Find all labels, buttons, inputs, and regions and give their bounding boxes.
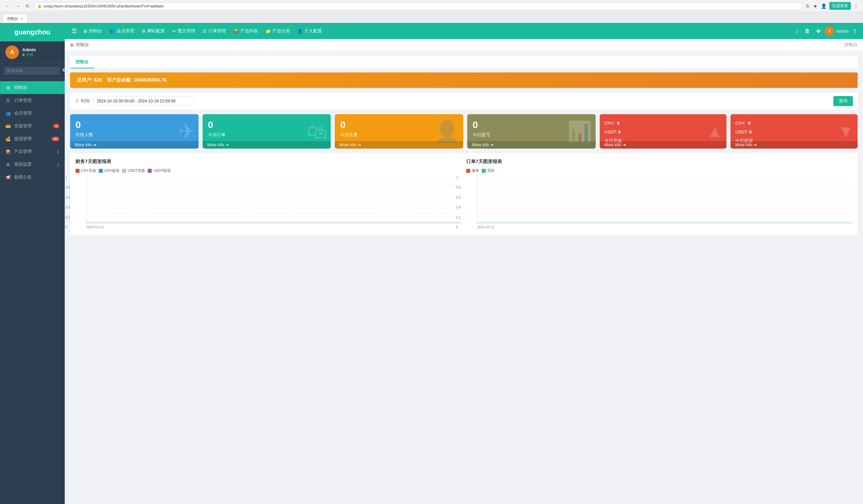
back-button[interactable]: ←	[4, 3, 11, 10]
orders-chart-svg	[477, 176, 852, 223]
user-status: 在线	[22, 52, 36, 57]
recharge-icon: 💳	[5, 124, 11, 129]
tab-close-icon[interactable]: ✕	[20, 17, 23, 21]
cast-icon[interactable]: ↻	[805, 3, 810, 10]
products-icon: 📦	[5, 149, 11, 154]
total-balance-label: 用户总余额:	[107, 77, 132, 82]
charts-row: 财务7天图形报表 CNY充值 CNY提现	[70, 153, 858, 234]
account-icon[interactable]: 👤	[820, 3, 827, 10]
sidebar-item-label: 提现管理	[14, 136, 32, 142]
recharge-badge: 0	[53, 124, 59, 128]
sidebar-item-label: 会员管理	[14, 110, 32, 116]
legend-cancel-order: 撤单	[466, 168, 479, 173]
stat-bg-icon-orders: 🛍	[307, 120, 327, 143]
date-range-input[interactable]	[93, 97, 194, 105]
withdraw-badge: 45	[52, 137, 59, 141]
stat-bg-icon-online: ✈	[178, 120, 195, 143]
page-header-left: ⊞ 控制台	[70, 42, 89, 48]
sidebar-toggle-button[interactable]: ☰	[69, 25, 79, 37]
topnav-item-imgtext[interactable]: ✏ 图文管理	[169, 25, 199, 37]
sidebar-item-products[interactable]: 📦 产品管理 ❯	[0, 145, 65, 158]
menu-button[interactable]: ⋮	[853, 3, 859, 10]
search-button[interactable]: 🔍	[62, 68, 65, 74]
content-area: 控制台 总用户: 628 用户总余额: 1586826800.78 ⏱ 时间	[65, 51, 863, 240]
topnav-item-profile[interactable]: 👤 个人配置	[294, 25, 325, 37]
members-icon: 👥	[5, 111, 11, 116]
recharge-lines: CNY: 0 USDT: 0	[604, 119, 722, 137]
arrow-right-icon: ➔	[93, 142, 97, 147]
topnav-item-productcat[interactable]: 📁 产品分类	[262, 25, 293, 37]
orders-y-labels: 1 0.8 0.6 0.4 0.2 0	[456, 176, 461, 229]
breadcrumb: 控制台	[845, 42, 858, 48]
reload-button[interactable]: ↻	[24, 3, 31, 10]
stat-more-recharge[interactable]: More info ➔	[600, 141, 727, 148]
orders-chart-panel: 订单7天图形报表 撤单 买跌	[466, 159, 852, 229]
stat-label-online: 在线人数	[75, 132, 193, 138]
topnav-expand-icon[interactable]: ✥	[814, 26, 823, 36]
page-header: ⊞ 控制台 控制台	[65, 39, 863, 51]
clock-icon: ⏱	[75, 99, 79, 104]
stat-bg-icon-withdraw: ▼	[838, 121, 854, 141]
avatar: A	[5, 46, 19, 59]
stat-card-reg-today: 0 今日注册 👤 More info ➔	[335, 114, 463, 148]
stat-bg-icon-recharge: ▲	[706, 121, 723, 141]
sidebar-item-members[interactable]: 👥 会员管理	[0, 107, 65, 120]
topnav-item-dashboard[interactable]: ⊞ 控制台	[80, 25, 105, 37]
username-label: Admin	[22, 47, 36, 52]
sidebar-item-settings[interactable]: ⚙ 系统设置 ❯	[0, 158, 65, 171]
finance-x-label: 2024-10-13	[86, 225, 462, 229]
topnav-item-orders[interactable]: ☰ 订单管理	[199, 25, 229, 37]
stat-value-online: 0	[75, 120, 193, 130]
forward-button[interactable]: →	[14, 3, 22, 10]
topnav-home-icon[interactable]: ⌂	[793, 26, 801, 36]
sidebar-item-news[interactable]: 📢 新闻公告	[0, 171, 65, 184]
topnav-siteconfig-icon: ⚙	[141, 29, 146, 34]
settings-icon: ⚙	[5, 162, 11, 167]
orders-x-label: 2024-10-13	[477, 225, 852, 229]
legend-dot	[75, 169, 79, 173]
browser-tab-bar: 控制台 ✕	[0, 12, 863, 23]
user-info: Admin 在线	[22, 47, 36, 57]
topnav-productcat-icon: 📁	[265, 29, 271, 34]
stat-bg-icon-profit: 📊	[567, 120, 592, 143]
topnav-share-icon[interactable]: ⇧	[851, 26, 859, 36]
topnav-item-siteconfig[interactable]: ⚙ 网站配置	[138, 25, 168, 37]
legend-dot	[148, 169, 152, 173]
sidebar-item-withdraw[interactable]: 💰 提现管理 45	[0, 132, 65, 145]
sidebar-search-bar[interactable]: 🔍	[0, 63, 65, 78]
bookmark-icon[interactable]: ★	[812, 3, 818, 10]
total-balance-value: 1586826800.78	[134, 77, 166, 82]
dashboard-icon: ⊞	[5, 85, 11, 90]
legend-dot	[466, 169, 470, 173]
finance-chart-legend: CNY充值 CNY提现 USDT充值	[75, 168, 462, 173]
topnav-avatar: A	[825, 26, 834, 36]
sidebar-menu: ⊞ 控制台 ☰ 订单管理 👥 会员管理 💳 充值管理 0 💰 提现管理 45	[0, 78, 65, 504]
sidebar-item-dashboard[interactable]: ⊞ 控制台	[0, 81, 65, 94]
stat-more-reg-today[interactable]: More info ➔	[335, 141, 463, 148]
arrow-right-icon: ➔	[358, 142, 361, 147]
search-input[interactable]	[4, 67, 60, 75]
query-button[interactable]: 查询	[833, 96, 853, 106]
sidebar-item-orders[interactable]: ☰ 订单管理	[0, 94, 65, 107]
url-bar[interactable]: 🔒 unwjy.hwym.shop/akkq1d1003m1004i1005n.…	[34, 2, 802, 10]
browser-chrome: ← → ↻ 🔒 unwjy.hwym.shop/akkq1d1003m1004i…	[0, 0, 863, 12]
orders-chart-container: 1 0.8 0.6 0.4 0.2 0	[466, 176, 852, 229]
topnav-dashboard-icon: ⊞	[84, 29, 87, 34]
update-button[interactable]: 完成更新	[829, 2, 851, 10]
topnav-trash-icon[interactable]: 🗑	[803, 26, 812, 36]
tab-pill-dashboard[interactable]: 控制台	[70, 56, 94, 68]
stat-more-online[interactable]: More info ➔	[70, 141, 199, 148]
topnav-item-members[interactable]: 👥 会员管理	[106, 25, 138, 37]
topnav-orders-icon: ☰	[203, 29, 207, 34]
stat-more-withdraw[interactable]: More info ➔	[730, 141, 858, 148]
topnav-item-productlist[interactable]: 📦 产品列表	[230, 25, 261, 37]
topnav-user-menu[interactable]: A Admin	[825, 26, 849, 36]
sidebar: guangzhou A Admin 在线 🔍 ⊞ 控制台 ☰ 订单管理	[0, 23, 65, 504]
topnav-right-actions: ⌂ 🗑 ✥ A Admin ⇧	[793, 26, 859, 36]
browser-tab-dashboard[interactable]: 控制台 ✕	[3, 14, 27, 23]
sidebar-item-recharge[interactable]: 💳 充值管理 0	[0, 120, 65, 132]
stat-more-profit-today[interactable]: More info ➔	[467, 141, 596, 148]
tab-pill-bar: 控制台	[70, 56, 858, 68]
stat-more-orders-today[interactable]: More info ➔	[203, 141, 331, 148]
stat-card-profit-today: 0 今日盈亏 📊 More info ➔	[467, 114, 596, 148]
